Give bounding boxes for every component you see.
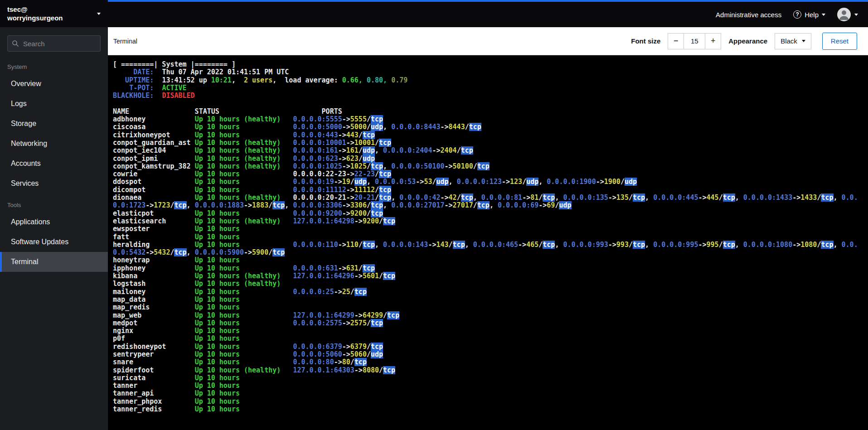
terminal-line: medpot Up 10 hours 0.0.0.0:2575->2575/tc… xyxy=(113,319,862,327)
sidebar-item-services[interactable]: Services xyxy=(0,174,108,193)
search-input[interactable] xyxy=(7,35,101,52)
sidebar-item-applications[interactable]: Applications xyxy=(0,212,108,232)
help-label: Help xyxy=(805,11,819,19)
terminal-line: ewsposter Up 10 hours xyxy=(113,225,862,233)
terminal-line: conpot_guardian_ast Up 10 hours (healthy… xyxy=(113,139,862,147)
sidebar-item-terminal[interactable]: Terminal xyxy=(0,252,108,272)
chevron-down-icon xyxy=(97,13,101,15)
font-size-decrease-button[interactable]: − xyxy=(668,33,684,49)
page-title: Terminal xyxy=(113,38,137,45)
nav-section-label-tools: Tools xyxy=(0,195,108,212)
terminal-line: conpot_iec104 Up 10 hours (healthy) 0.0.… xyxy=(113,147,862,155)
sidebar-item-software-updates[interactable]: Software Updates xyxy=(0,232,108,252)
appearance-selected-value: Black xyxy=(781,37,797,45)
terminal-line: ddospot Up 10 hours 0.0.0.0:19->19/udp, … xyxy=(113,178,862,186)
reset-button[interactable]: Reset xyxy=(822,33,857,50)
session-menu[interactable] xyxy=(837,8,858,21)
host-user-line2: worryingsurgeon xyxy=(7,14,63,22)
terminal-line: citrixhoneypot Up 10 hours 0.0.0.0:443->… xyxy=(113,131,862,139)
host-user-line1: tsec@ xyxy=(7,5,63,14)
terminal-line: mailoney Up 10 hours 0.0.0.0:25->25/tcp xyxy=(113,288,862,296)
nav-section-label-system: System xyxy=(0,57,108,74)
terminal-line: map_redis Up 10 hours xyxy=(113,304,862,311)
terminal-line: conpot_kamstrup_382 Up 10 hours (healthy… xyxy=(113,163,862,170)
terminal-line: sentrypeer Up 10 hours 0.0.0.0:5060->506… xyxy=(113,351,862,358)
host-user-label: tsec@ worryingsurgeon xyxy=(7,5,63,22)
terminal-line: honeytrap Up 10 hours xyxy=(113,256,862,264)
terminal-line: DATE: Thu 07 Apr 2022 01:41:51 PM UTC xyxy=(113,68,862,76)
app-window: tsec@ worryingsurgeon SystemOverviewLogs… xyxy=(0,0,868,430)
terminal-line: redishoneypot Up 10 hours 0.0.0.0:6379->… xyxy=(113,343,862,351)
terminal-toolbar: Terminal Font size − 15 + Appearance Bla… xyxy=(108,27,868,55)
avatar xyxy=(837,8,851,21)
terminal-line: map_web Up 10 hours 127.0.0.1:64299->642… xyxy=(113,312,862,319)
font-size-label: Font size xyxy=(631,37,660,45)
sidebar-item-accounts[interactable]: Accounts xyxy=(0,154,108,174)
terminal-line: ipphoney Up 10 hours 0.0.0.0:631->631/tc… xyxy=(113,265,862,272)
terminal-line: p0f Up 10 hours xyxy=(113,335,862,343)
terminal-line: dicompot Up 10 hours 0.0.0.0:11112->1111… xyxy=(113,186,862,194)
terminal-line: UPTIME: 13:41:52 up 10:21, 2 users, load… xyxy=(113,77,862,84)
sidebar-item-networking[interactable]: Networking xyxy=(0,134,108,154)
terminal-line: conpot_ipmi Up 10 hours (healthy) 0.0.0.… xyxy=(113,155,862,163)
terminal-line: T-POT: ACTIVE xyxy=(113,84,862,92)
terminal-line: NAME STATUS PORTS xyxy=(113,108,862,116)
terminal-line: tanner_phpox Up 10 hours xyxy=(113,398,862,406)
font-size-increase-button[interactable]: + xyxy=(705,33,721,49)
terminal-output[interactable]: [ ========| System |======== ] DATE: Thu… xyxy=(108,55,868,430)
terminal-line xyxy=(113,100,862,107)
help-icon: ? xyxy=(793,10,801,19)
terminal-line: map_data Up 10 hours xyxy=(113,296,862,304)
font-size-stepper: − 15 + xyxy=(668,33,721,49)
terminal-line: dionaea Up 10 hours (healthy) 0.0.0.0:20… xyxy=(113,194,862,210)
sidebar: tsec@ worryingsurgeon SystemOverviewLogs… xyxy=(0,0,108,430)
chevron-down-icon xyxy=(822,14,825,16)
terminal-line: [ ========| System |======== ] xyxy=(113,61,862,68)
font-size-value: 15 xyxy=(684,33,705,49)
host-user-menu[interactable]: tsec@ worryingsurgeon xyxy=(0,0,108,27)
sidebar-search xyxy=(7,35,101,52)
sidebar-nav: SystemOverviewLogsStorageNetworkingAccou… xyxy=(0,55,108,272)
appearance-select[interactable]: Black xyxy=(775,33,811,49)
search-icon xyxy=(12,40,19,47)
terminal-line: suricata Up 10 hours xyxy=(113,374,862,382)
main-column: Administrative access ? Help Terminal Fo… xyxy=(108,0,868,430)
administrative-access-label[interactable]: Administrative access xyxy=(716,11,781,19)
terminal-line: elasticsearch Up 10 hours (healthy) 127.… xyxy=(113,217,862,225)
terminal-line: heralding Up 10 hours 0.0.0.0:110->110/t… xyxy=(113,241,862,257)
terminal-line: tanner Up 10 hours xyxy=(113,382,862,390)
sidebar-item-storage[interactable]: Storage xyxy=(0,114,108,134)
terminal-line: logstash Up 10 hours (healthy) xyxy=(113,280,862,288)
help-menu[interactable]: ? Help xyxy=(793,10,825,19)
terminal-line: cowrie Up 10 hours 0.0.0.0:22-23->22-23/… xyxy=(113,170,862,178)
sidebar-item-logs[interactable]: Logs xyxy=(0,94,108,114)
terminal-line: kibana Up 10 hours (healthy) 127.0.0.1:6… xyxy=(113,272,862,280)
terminal-line: tanner_redis Up 10 hours xyxy=(113,406,862,413)
terminal-line: tanner_api Up 10 hours xyxy=(113,390,862,397)
chevron-down-icon xyxy=(802,40,805,42)
toolbar-controls: Font size − 15 + Appearance Black Reset xyxy=(631,33,857,50)
sidebar-item-overview[interactable]: Overview xyxy=(0,74,108,94)
terminal-line: fatt Up 10 hours xyxy=(113,233,862,241)
chevron-down-icon xyxy=(854,14,858,16)
topbar: Administrative access ? Help xyxy=(108,2,868,27)
terminal-line: adbhoney Up 10 hours (healthy) 0.0.0.0:5… xyxy=(113,116,862,123)
terminal-line: nginx Up 10 hours xyxy=(113,327,862,335)
terminal-line: ciscoasa Up 10 hours 0.0.0.0:5000->5000/… xyxy=(113,123,862,131)
terminal-line: elasticpot Up 10 hours 0.0.0.0:9200->920… xyxy=(113,210,862,217)
terminal-line: snare Up 10 hours 0.0.0.0:80->80/tcp xyxy=(113,358,862,366)
appearance-label: Appearance xyxy=(728,37,767,45)
terminal-line: BLACKHOLE: DISABLED xyxy=(113,92,862,100)
terminal-line: spiderfoot Up 10 hours (healthy) 127.0.0… xyxy=(113,367,862,374)
